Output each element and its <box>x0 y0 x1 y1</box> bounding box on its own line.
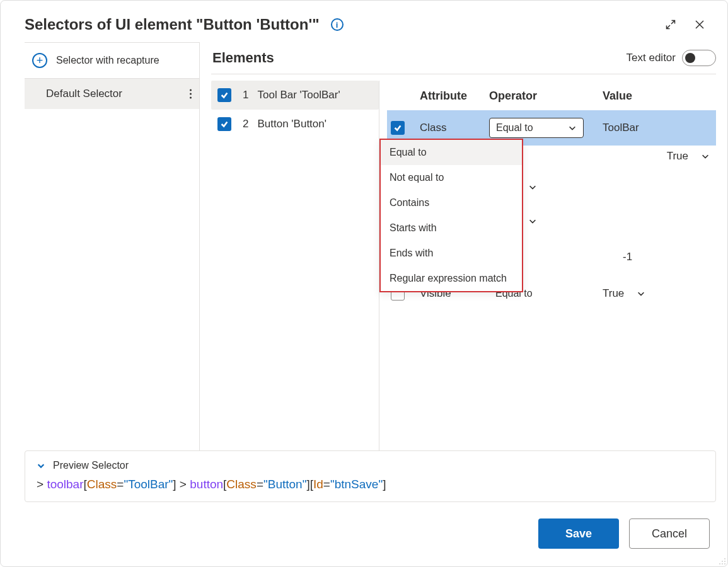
sidebar-item-default-selector[interactable]: Default Selector <box>25 79 199 109</box>
operator-value: Equal to <box>496 122 533 134</box>
elements-title: Elements <box>212 50 274 66</box>
resize-grip-icon[interactable] <box>717 556 726 565</box>
svg-point-0 <box>724 558 725 559</box>
attribute-value[interactable]: ToolBar <box>589 122 712 134</box>
dropdown-item[interactable]: Regular expression match <box>381 266 522 291</box>
selectors-dialog: Selectors of UI element "Button 'Button'… <box>0 0 728 567</box>
sidebar-item-label: Default Selector <box>46 88 122 100</box>
attributes-header: Attribute Operator Value <box>387 82 716 110</box>
col-operator: Operator <box>489 89 584 103</box>
add-selector-label: Selector with recapture <box>56 55 159 66</box>
svg-point-1 <box>722 561 723 562</box>
dialog-header: Selectors of UI element "Button 'Button'… <box>1 1 727 42</box>
chevron-down-icon <box>528 183 537 192</box>
attribute-value: True <box>667 150 688 163</box>
chevron-down-icon <box>568 123 577 132</box>
element-row[interactable]: 1 Tool Bar 'ToolBar' <box>211 81 379 110</box>
elements-header: Elements Text editor <box>211 42 716 74</box>
svg-point-3 <box>719 563 720 564</box>
info-icon[interactable]: i <box>331 18 344 31</box>
dropdown-item[interactable]: Starts with <box>381 215 522 241</box>
preview-path: > toolbar[Class="ToolBar"] > button[Clas… <box>37 478 704 491</box>
preview-selector-panel: Preview Selector > toolbar[Class="ToolBa… <box>25 450 716 502</box>
add-selector-button[interactable]: + Selector with recapture <box>25 43 199 79</box>
checkbox-icon[interactable] <box>217 88 231 102</box>
attribute-row-fragment[interactable]: True <box>667 150 710 163</box>
element-label: Button 'Button' <box>257 118 326 130</box>
element-list: 1 Tool Bar 'ToolBar' 2 Button 'Button' <box>211 74 379 450</box>
operator-dropdown: Equal to Not equal to Contains Starts wi… <box>379 139 523 292</box>
col-value: Value <box>589 89 712 103</box>
attribute-row-fragment[interactable]: -1 <box>609 251 710 263</box>
svg-point-5 <box>724 563 725 564</box>
dropdown-item[interactable]: Equal to <box>381 140 522 165</box>
element-index: 1 <box>243 89 248 101</box>
text-editor-label: Text editor <box>627 52 676 64</box>
attribute-row-fragment[interactable] <box>528 217 537 228</box>
preview-toggle[interactable]: Preview Selector <box>37 460 704 471</box>
cancel-button[interactable]: Cancel <box>629 518 710 549</box>
attribute-value: -1 <box>623 251 632 263</box>
chevron-down-icon <box>528 217 537 226</box>
attribute-value[interactable]: True <box>589 287 712 300</box>
col-attribute: Attribute <box>420 89 484 103</box>
dropdown-item[interactable]: Ends with <box>381 241 522 266</box>
checkbox-icon[interactable] <box>217 117 231 131</box>
save-button[interactable]: Save <box>538 518 619 549</box>
attributes-panel: Attribute Operator Value Class Equal to … <box>379 74 716 450</box>
chevron-down-icon <box>37 461 45 470</box>
dropdown-item[interactable]: Contains <box>381 190 522 215</box>
chevron-down-icon <box>701 152 710 161</box>
operator-select[interactable]: Equal to <box>489 118 584 138</box>
preview-title: Preview Selector <box>53 460 129 471</box>
dialog-footer: Save Cancel <box>1 502 727 566</box>
checkbox-icon[interactable] <box>391 121 405 135</box>
element-label: Tool Bar 'ToolBar' <box>257 89 340 101</box>
plus-icon: + <box>32 53 47 68</box>
fullscreen-button[interactable] <box>661 14 681 35</box>
selectors-sidebar: + Selector with recapture Default Select… <box>25 42 200 450</box>
element-index: 2 <box>243 118 248 130</box>
element-row[interactable]: 2 Button 'Button' <box>211 110 379 139</box>
elements-panel: Elements Text editor 1 Tool Bar 'ToolBar… <box>200 42 716 450</box>
close-button[interactable] <box>690 14 710 35</box>
svg-point-2 <box>724 561 725 562</box>
dialog-title: Selectors of UI element "Button 'Button'… <box>25 16 320 33</box>
chevron-down-icon <box>637 289 645 298</box>
attribute-row-fragment[interactable] <box>528 183 537 194</box>
attribute-name: Class <box>420 122 484 134</box>
dropdown-item[interactable]: Not equal to <box>381 165 522 190</box>
text-editor-toggle[interactable] <box>682 50 716 66</box>
svg-point-4 <box>722 563 723 564</box>
more-icon[interactable] <box>190 89 192 99</box>
